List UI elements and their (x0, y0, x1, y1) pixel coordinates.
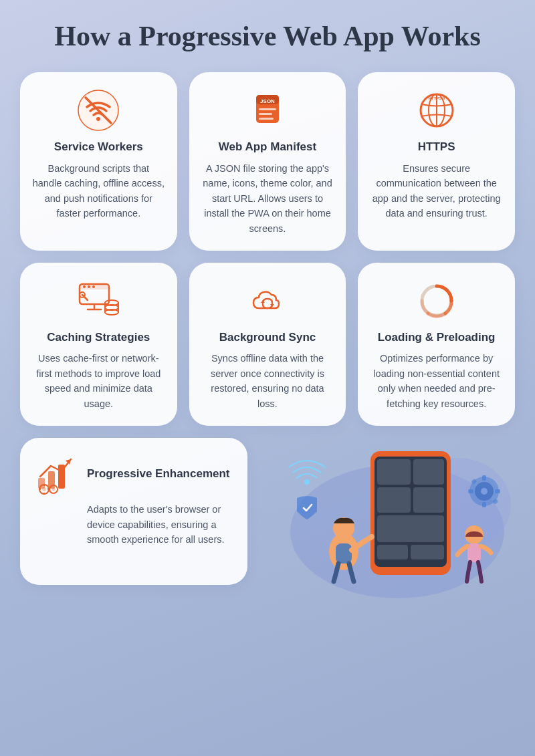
service-workers-title: Service Workers (54, 140, 143, 154)
background-sync-card: Background Sync Syncs offline data with … (189, 263, 346, 426)
svg-rect-54 (377, 545, 408, 559)
svg-rect-40 (43, 493, 45, 495)
background-sync-icon (244, 277, 291, 324)
svg-point-15 (83, 285, 86, 288)
svg-rect-5 (259, 108, 276, 110)
caching-strategies-title: Caching Strategies (47, 331, 150, 344)
svg-point-44 (52, 488, 56, 491)
https-card: HTTPS:// HTTPS Ensures secure communicat… (358, 72, 515, 251)
svg-rect-41 (39, 488, 41, 490)
svg-point-17 (92, 285, 95, 288)
progressive-enhancement-header: Progressive Enhancement (35, 453, 233, 495)
svg-rect-33 (38, 478, 45, 489)
svg-point-38 (42, 487, 46, 491)
service-workers-icon (75, 87, 122, 134)
svg-rect-39 (43, 484, 45, 486)
svg-point-62 (481, 488, 488, 495)
web-app-manifest-icon: JSON (244, 87, 291, 134)
svg-rect-49 (377, 459, 411, 485)
svg-point-59 (304, 479, 310, 485)
caching-strategies-card: Caching Strategies Uses cache-first or n… (20, 263, 177, 426)
background-sync-title: Background Sync (219, 331, 316, 344)
progressive-enhancement-card: Progressive Enhancement Adapts to the us… (20, 438, 247, 585)
svg-rect-53 (377, 515, 444, 542)
background-sync-text: Syncs offline data with the server once … (201, 351, 334, 411)
svg-rect-50 (413, 459, 444, 485)
illustration-area (259, 438, 515, 585)
svg-text:JSON: JSON (260, 98, 275, 104)
caching-strategies-icon (75, 277, 122, 324)
svg-point-16 (88, 285, 90, 288)
https-text: Ensures secure communication between the… (370, 161, 503, 221)
svg-rect-7 (259, 118, 274, 120)
loading-preloading-text: Optimizes performance by loading non-ess… (370, 351, 503, 411)
page-wrapper: How a Progressive Web App Works (0, 0, 535, 756)
progressive-enhancement-title: Progressive Enhancement (87, 467, 230, 481)
loading-preloading-card: Loading & Preloading Optimizes performan… (358, 263, 515, 426)
page-title: How a Progressive Web App Works (20, 20, 515, 52)
loading-preloading-icon (413, 277, 460, 324)
caching-strategies-text: Uses cache-first or network-first method… (32, 351, 165, 411)
svg-rect-52 (413, 487, 444, 513)
svg-rect-6 (259, 113, 272, 115)
top-grid: Service Workers Background scripts that … (20, 72, 515, 251)
service-workers-text: Background scripts that handle caching, … (32, 161, 165, 221)
https-icon: HTTPS:// (413, 87, 460, 134)
loading-preloading-title: Loading & Preloading (378, 331, 496, 344)
https-title: HTTPS (418, 140, 455, 154)
svg-rect-64 (482, 502, 486, 507)
svg-rect-55 (411, 545, 444, 559)
svg-rect-65 (468, 489, 473, 493)
pwa-illustration (263, 438, 511, 585)
bottom-row: Progressive Enhancement Adapts to the us… (20, 438, 515, 585)
svg-point-1 (96, 117, 100, 121)
svg-text:HTTPS://: HTTPS:// (428, 96, 445, 100)
svg-rect-58 (336, 543, 352, 563)
web-app-manifest-title: Web App Manifest (219, 140, 316, 154)
web-app-manifest-text: A JSON file storing the app's name, icon… (201, 161, 334, 236)
svg-rect-63 (482, 475, 486, 481)
web-app-manifest-card: JSON Web App Manifest A JSON file storin… (189, 72, 346, 251)
svg-rect-66 (495, 489, 500, 493)
service-workers-card: Service Workers Background scripts that … (20, 72, 177, 251)
progressive-enhancement-text: Adapts to the user's browser or device c… (87, 502, 233, 547)
bottom-grid: Caching Strategies Uses cache-first or n… (20, 263, 515, 426)
progressive-enhancement-icon (35, 453, 78, 495)
svg-rect-51 (377, 487, 411, 513)
